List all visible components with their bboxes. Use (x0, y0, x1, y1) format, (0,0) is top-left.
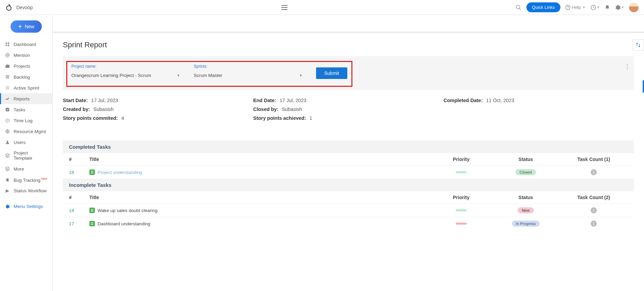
new-button-label: New (25, 24, 34, 29)
sidebar-item-users[interactable]: Users (0, 137, 52, 148)
svg-point-19 (7, 141, 8, 142)
sidebar-item-reports[interactable]: Reports (0, 93, 52, 104)
svg-point-11 (7, 54, 8, 56)
col-task-count: Task Count (1) (560, 157, 628, 162)
sidebar-item-label: Status Workflow (14, 188, 47, 193)
scroll-accent (643, 80, 644, 93)
task-title[interactable]: Wake up sales doubt clearing (98, 208, 158, 213)
globe-icon (5, 129, 10, 134)
col-title: Title (89, 157, 431, 162)
col-priority: Priority (431, 195, 492, 200)
svg-line-3 (520, 8, 521, 10)
project-name-select[interactable]: Orangescrum Learning Project - Scrum ▼ (71, 71, 180, 80)
bug-icon (5, 177, 10, 182)
briefcase-icon (5, 63, 10, 69)
svg-line-1 (9, 4, 10, 5)
page-title: Sprint Report (63, 41, 634, 49)
sprints-select[interactable]: Scrum Master ▼ (194, 71, 302, 80)
plus-icon: + (18, 23, 22, 30)
chevron-down-icon: ▼ (299, 74, 302, 77)
status-badge: New (518, 207, 534, 213)
svg-rect-13 (6, 75, 10, 76)
col-title: Title (89, 195, 431, 200)
svg-point-5 (568, 9, 568, 9)
task-title[interactable]: Dashboard understanding (98, 221, 150, 226)
avatar[interactable] (629, 3, 639, 12)
sidebar-item-tasks[interactable]: Tasks (0, 104, 52, 115)
sidebar-item-label: Backlog (14, 75, 30, 80)
kebab-icon[interactable]: ⋮ (624, 63, 630, 70)
task-id[interactable]: 17 (69, 221, 89, 226)
user-icon (5, 140, 10, 145)
clock-icon (5, 118, 10, 123)
end-date-value: 17 Jul, 2023 (280, 98, 307, 103)
project-name-value: Orangescrum Learning Project - Scrum (71, 73, 151, 78)
gear-icon[interactable]: ▼ (615, 4, 624, 11)
sidebar-item-active-sprint[interactable]: Active Sprint (0, 82, 52, 93)
col-num: # (69, 157, 89, 162)
svg-rect-14 (6, 77, 10, 77)
priority-indicator (456, 171, 467, 173)
sidebar-item-label: Tasks (14, 107, 25, 112)
sidebar-item-bug-tracking[interactable]: Bug TrackingNew (0, 174, 52, 185)
sidebar-item-label: Resource Mgmt (14, 129, 46, 134)
sprints-value: Scrum Master (194, 73, 222, 78)
col-priority: Priority (431, 157, 492, 162)
svg-rect-7 (6, 43, 7, 44)
swap-icon[interactable] (632, 39, 644, 51)
sidebar: + New DashboardMentionProjectsBacklogAct… (0, 15, 53, 238)
closed-by-value: Subasish (282, 107, 302, 112)
submit-button[interactable]: Submit (316, 67, 347, 79)
sprints-label: Sprints: (194, 64, 302, 69)
help-menu[interactable]: Help ▼ (565, 5, 586, 10)
completed-date-label: Completed Date: (443, 98, 483, 103)
sidebar-item-projects[interactable]: Projects (0, 61, 52, 71)
task-id[interactable]: 18 (69, 170, 89, 175)
table-row: 17 Dashboard understanding In Progress 1 (63, 217, 634, 230)
chevron-down-icon: ▼ (177, 74, 180, 77)
search-icon[interactable] (516, 4, 522, 11)
svg-rect-9 (6, 45, 7, 46)
sidebar-item-label: Mention (14, 53, 30, 58)
new-button[interactable]: + New (11, 20, 42, 33)
sidebar-item-mention[interactable]: Mention (0, 50, 52, 61)
meta-grid: Start Date:17 Jul, 2023 End Date:17 Jul,… (63, 98, 634, 121)
task-id[interactable]: 14 (69, 208, 89, 213)
history-icon[interactable]: ▼ (590, 4, 600, 11)
sidebar-item-status-workflow[interactable]: Status Workflow (0, 185, 52, 196)
sp-committed-label: Story points commited: (63, 115, 118, 121)
created-by-label: Created by: (63, 107, 90, 112)
svg-rect-15 (6, 78, 10, 78)
sidebar-item-more[interactable]: More (0, 163, 52, 174)
priority-indicator (456, 223, 467, 225)
story-icon (89, 208, 95, 213)
completed-date-value: 11 Oct, 2023 (486, 98, 514, 103)
filter-bar: ⋮ Project name: Orangescrum Learning Pro… (63, 56, 634, 90)
story-icon (89, 221, 95, 226)
quick-links-button[interactable]: Quick Links (526, 2, 560, 12)
table-row: 18 Project understanding Closed 1 (63, 165, 634, 179)
task-title[interactable]: Project understanding (98, 170, 142, 175)
menu-settings[interactable]: Menu Settings (0, 201, 52, 212)
svg-point-20 (6, 178, 9, 181)
svg-rect-16 (6, 108, 10, 112)
task-count: 1 (591, 221, 597, 227)
sidebar-item-label: Time Log (14, 118, 33, 123)
sidebar-item-backlog[interactable]: Backlog (0, 71, 52, 82)
brand-text: Devoop (16, 5, 33, 10)
chevron-down-icon: ▼ (582, 5, 586, 9)
sidebar-item-dashboard[interactable]: Dashboard (0, 39, 52, 50)
hamburger-icon[interactable] (281, 5, 288, 10)
incomplete-tasks-header: Incomplete Tasks (63, 179, 634, 191)
check-icon (5, 107, 10, 112)
task-count: 1 (591, 169, 597, 175)
header: Devoop Quick Links Help ▼ ▼ ▼ (0, 0, 644, 15)
start-date-label: Start Date: (63, 98, 88, 103)
sidebar-item-label: Users (14, 140, 25, 145)
sidebar-item-project-template[interactable]: Project Template (0, 148, 52, 163)
chevron-down-icon: ▼ (596, 5, 600, 9)
bell-icon[interactable] (605, 4, 610, 11)
sidebar-item-resource-mgmt[interactable]: Resource Mgmt (0, 126, 52, 137)
svg-point-0 (6, 6, 11, 10)
sidebar-item-time-log[interactable]: Time Log (0, 115, 52, 126)
